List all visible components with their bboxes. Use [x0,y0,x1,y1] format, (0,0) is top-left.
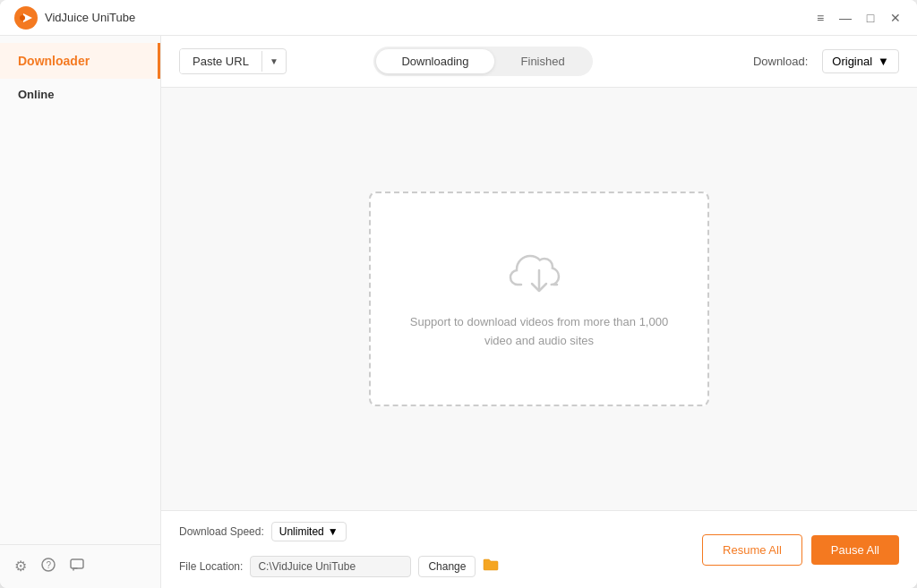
sidebar-nav: Downloader Online [0,36,160,110]
title-bar-controls: ≡ — □ ✕ [813,11,903,25]
sidebar-item-online[interactable]: Online [0,79,160,110]
bottom-main-row: Download Speed: Unlimited ▼ File Locatio… [179,522,899,577]
location-row: File Location: Change [179,556,488,577]
resume-all-button[interactable]: Resume All [702,534,802,566]
main-layout: Downloader Online ⚙ ? [0,36,917,588]
drop-zone: Support to download videos from more tha… [369,192,709,406]
file-location-input [250,556,411,577]
content-area: Paste URL ▼ Downloading Finished Downloa… [161,36,917,588]
pause-all-button[interactable]: Pause All [811,535,899,565]
tab-finished[interactable]: Finished [496,49,590,73]
maximize-button[interactable]: □ [863,11,878,25]
location-label: File Location: [179,560,243,573]
bottom-left-controls: Download Speed: Unlimited ▼ File Locatio… [179,522,488,577]
tab-downloading[interactable]: Downloading [376,49,493,73]
help-icon[interactable]: ? [41,558,56,575]
tab-group: Downloading Finished [373,47,592,76]
app-logo [14,6,38,30]
title-bar: VidJuice UniTube ≡ — □ ✕ [0,0,917,36]
change-button[interactable]: Change [418,556,476,577]
toolbar: Paste URL ▼ Downloading Finished Downloa… [161,36,917,88]
app-window: VidJuice UniTube ≡ — □ ✕ Downloader Onli… [0,0,917,588]
action-buttons: Resume All Pause All [702,534,899,566]
menu-button[interactable]: ≡ [813,11,827,25]
title-bar-left: VidJuice UniTube [14,6,135,30]
app-title: VidJuice UniTube [45,11,135,24]
sidebar-item-downloader[interactable]: Downloader [0,43,160,79]
speed-select[interactable]: Unlimited ▼ [271,522,347,541]
folder-icon[interactable] [483,558,499,575]
svg-point-2 [20,15,25,21]
svg-text:?: ? [47,560,52,570]
download-select[interactable]: Original ▼ [822,49,899,73]
speed-label: Download Speed: [179,525,264,538]
speed-row: Download Speed: Unlimited ▼ [179,522,488,541]
settings-icon[interactable]: ⚙ [14,558,27,575]
cloud-download-icon [507,247,571,299]
minimize-button[interactable]: — [838,11,853,25]
svg-rect-5 [71,559,83,568]
chat-icon[interactable] [70,558,84,575]
download-label: Download: [753,55,808,68]
paste-url-button[interactable]: Paste URL ▼ [179,48,287,74]
drop-zone-text: Support to download videos from more tha… [410,313,668,351]
sidebar-bottom: ⚙ ? [0,544,160,588]
close-button[interactable]: ✕ [888,11,903,25]
bottom-bar: Download Speed: Unlimited ▼ File Locatio… [161,510,917,588]
drop-zone-container: Support to download videos from more tha… [161,88,917,510]
sidebar: Downloader Online ⚙ ? [0,36,161,588]
